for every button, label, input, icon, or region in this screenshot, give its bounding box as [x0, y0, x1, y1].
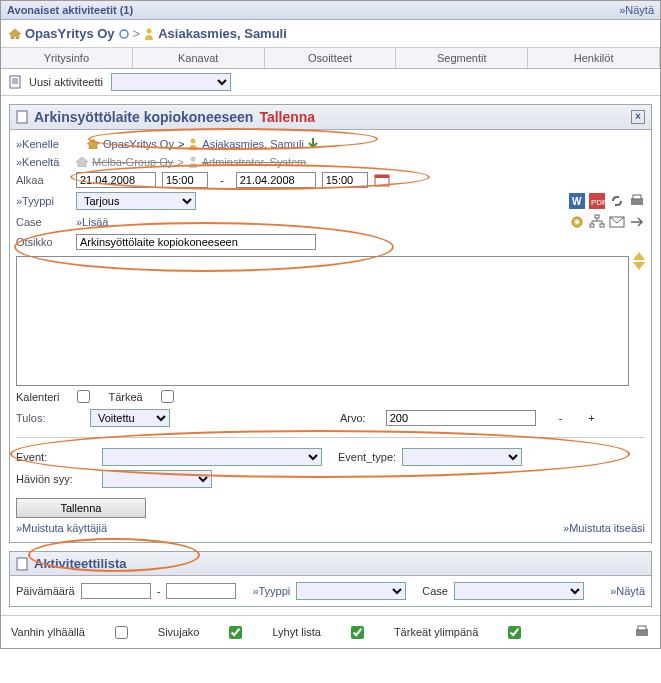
remind-users-link[interactable]: »Muistuta käyttäjiä	[16, 522, 107, 534]
kalenteri-checkbox[interactable]	[77, 390, 90, 403]
case-label: Case	[16, 216, 70, 228]
breadcrumb-company[interactable]: OpasYritys Oy	[25, 26, 115, 41]
event-label: Event:	[16, 451, 96, 463]
person-icon-small2	[188, 156, 198, 168]
gear-icon[interactable]	[569, 214, 585, 230]
list-icon	[16, 557, 28, 571]
vanhin-checkbox[interactable]	[115, 626, 128, 639]
calendar-icon[interactable]	[374, 173, 390, 187]
kenelta-company[interactable]: Melba-Group Oy	[92, 156, 173, 168]
house-icon	[9, 29, 21, 39]
lyhyt-checkbox[interactable]	[351, 626, 364, 639]
tarkea-checkbox[interactable]	[161, 390, 174, 403]
person-icon-small	[188, 138, 198, 150]
arvo-plus[interactable]: +	[585, 412, 597, 424]
end-time-input[interactable]	[322, 172, 368, 188]
svg-rect-18	[633, 195, 641, 199]
activity-title: Arkinsyöttölaite kopiokoneeseen	[34, 109, 253, 125]
refresh-icon[interactable]	[119, 29, 129, 39]
kenelta-label[interactable]: »Keneltä	[16, 156, 70, 168]
type-filter-select[interactable]	[296, 582, 406, 600]
scroll-arrows[interactable]	[633, 252, 645, 270]
tab-kanavat[interactable]: Kanavat	[133, 48, 265, 68]
link-icon[interactable]	[609, 193, 625, 209]
otsikko-input[interactable]	[76, 234, 316, 250]
tulos-label: Tulos:	[16, 412, 70, 424]
event-type-select[interactable]	[402, 448, 522, 466]
start-date-input[interactable]	[76, 172, 156, 188]
arrow-down-icon[interactable]	[308, 138, 318, 150]
document-icon	[9, 75, 21, 89]
arvo-minus[interactable]: -	[556, 412, 566, 424]
sivujako-label: Sivujako	[158, 626, 200, 638]
svg-point-1	[147, 28, 152, 33]
remind-self-link[interactable]: »Muistuta itseäsi	[563, 522, 645, 534]
tarkeat-checkbox[interactable]	[508, 626, 521, 639]
havio-label: Häviön syy:	[16, 473, 96, 485]
date-from-input[interactable]	[81, 583, 151, 599]
activity-list-title: Aktiviteettilista	[34, 556, 126, 571]
show-link-top[interactable]: »Näytä	[619, 4, 654, 16]
kenelta-contact[interactable]: Adminstrator, System	[202, 156, 307, 168]
tree-icon[interactable]	[589, 214, 605, 230]
print-icon[interactable]	[629, 193, 645, 209]
new-activity-type-select[interactable]	[111, 73, 231, 91]
case-filter-select[interactable]	[454, 582, 584, 600]
save-header-link[interactable]: Tallenna	[259, 109, 315, 125]
svg-point-7	[191, 139, 196, 144]
arvo-input[interactable]	[386, 410, 536, 426]
sivujako-checkbox[interactable]	[229, 626, 242, 639]
start-time-input[interactable]	[162, 172, 208, 188]
type-select[interactable]: Tarjous	[76, 192, 196, 210]
svg-text:PDF: PDF	[591, 198, 605, 207]
svg-rect-6	[17, 111, 27, 123]
svg-rect-10	[375, 175, 389, 178]
tab-yritysinfo[interactable]: Yritysinfo	[1, 48, 133, 68]
event-select[interactable]	[102, 448, 322, 466]
alkaa-label: Alkaa	[16, 174, 70, 186]
kenelle-contact[interactable]: Asiakasmies, Samuli	[202, 138, 303, 150]
svg-text:W: W	[572, 196, 582, 207]
show-link[interactable]: »Näytä	[610, 585, 645, 597]
tarkeat-label: Tärkeät ylimpänä	[394, 626, 478, 638]
tab-henkilot[interactable]: Henkilöt	[528, 48, 660, 68]
case-filter-label: Case	[422, 585, 448, 597]
kenelle-company[interactable]: OpasYritys Oy	[103, 138, 174, 150]
date-filter-label: Päivämäärä	[16, 585, 75, 597]
otsikko-label: Otsikko	[16, 236, 70, 248]
close-icon[interactable]: ×	[631, 110, 645, 124]
sep2: >	[177, 156, 183, 168]
house-icon-small2	[76, 157, 88, 167]
svg-rect-23	[600, 224, 604, 227]
date-dash: -	[214, 174, 230, 186]
svg-point-8	[190, 157, 195, 162]
type-filter-label[interactable]: »Tyyppi	[252, 585, 290, 597]
pdf-icon[interactable]: PDF	[589, 193, 605, 209]
lyhyt-label: Lyhyt lista	[272, 626, 321, 638]
tarkea-label: Tärkeä	[108, 391, 142, 403]
tallenna-button[interactable]: Tallenna	[16, 498, 146, 518]
svg-rect-25	[17, 558, 27, 570]
tab-osoitteet[interactable]: Osoitteet	[265, 48, 397, 68]
new-activity-label: Uusi aktiviteetti	[29, 76, 103, 88]
event-type-label: Event_type:	[338, 451, 396, 463]
end-date-input[interactable]	[236, 172, 316, 188]
date-to-input[interactable]	[166, 583, 236, 599]
kenelle-label[interactable]: »Kenelle	[16, 138, 70, 150]
word-icon[interactable]: W	[569, 193, 585, 209]
mail-icon[interactable]	[609, 214, 625, 230]
forward-icon[interactable]	[629, 214, 645, 230]
havio-select[interactable]	[102, 470, 212, 488]
kalenteri-label: Kalenteri	[16, 391, 59, 403]
open-activities-title: Avonaiset aktiviteetit (1)	[7, 4, 133, 16]
tab-segmentit[interactable]: Segmentit	[396, 48, 528, 68]
person-icon	[144, 28, 154, 40]
print-icon-bottom[interactable]	[634, 624, 650, 640]
breadcrumb-sep: >	[133, 26, 141, 41]
type-label[interactable]: »Tyyppi	[16, 195, 70, 207]
description-textarea[interactable]	[16, 256, 629, 386]
case-add-link[interactable]: »Lisää	[76, 216, 108, 228]
house-icon-small	[87, 139, 99, 149]
breadcrumb-contact[interactable]: Asiakasmies, Samuli	[158, 26, 287, 41]
tulos-select[interactable]: Voitettu	[90, 409, 170, 427]
